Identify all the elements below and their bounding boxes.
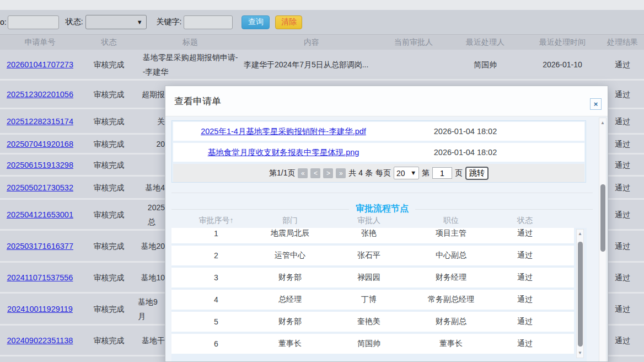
approval-row: 3 财务部 禄园园 财务经理 通过 [171, 268, 574, 288]
col-header-title: 标题 [138, 38, 243, 47]
clear-button[interactable]: 清除 [275, 15, 302, 29]
col-header-last-time: 最近处理时间 [524, 38, 601, 47]
search-toolbar: o: 状态: ▼ 关键字: 查询 清除 [0, 10, 644, 34]
node-status-cell: 通过 [484, 339, 566, 349]
col-header-approver: 审批人 [319, 216, 418, 228]
dialog-scrollbar[interactable]: ▲ [599, 118, 607, 362]
position-cell: 中心副总 [418, 251, 484, 260]
pagination-bar: 第1/1页 « < > » 共 4 条 每页 20 ▼ 第 页 跳转 [173, 164, 584, 182]
dept-cell: 董事长 [261, 339, 319, 349]
chevron-down-icon: ▼ [137, 19, 143, 25]
status-cell: 审核完成 [80, 200, 138, 229]
jump-suffix: 页 [455, 168, 463, 178]
application-link[interactable]: 202512302201056 [7, 87, 73, 102]
status-select[interactable]: ▼ [85, 15, 147, 29]
dept-cell: 地震局北辰 [261, 228, 319, 238]
chevron-down-icon: ▼ [410, 170, 416, 176]
scroll-down-icon[interactable]: ▼ [577, 350, 583, 356]
col-header-status: 状态 [484, 216, 566, 228]
status-cell: 审核完成 [80, 155, 138, 175]
next-page-button[interactable]: > [323, 168, 333, 178]
search-button[interactable]: 查询 [242, 15, 270, 29]
approval-legend-text: 审批流程节点 [349, 203, 415, 215]
result-cell: 通过 [601, 50, 644, 79]
application-link[interactable]: 202601041707273 [7, 57, 73, 72]
approval-row: 2 运管中心 张石平 中心副总 通过 [171, 246, 574, 265]
approver-cell: 奎艳美 [319, 317, 418, 327]
status-cell: 审核完成 [80, 109, 138, 133]
prev-page-button[interactable]: < [310, 168, 320, 178]
total-count: 共 4 条 [348, 168, 373, 178]
dialog-title-bar: 查看申请单 [165, 86, 608, 116]
application-link[interactable]: 202411071537556 [7, 270, 73, 285]
approval-row: 1 地震局北辰 张艳 项目主管 通过 [171, 228, 574, 243]
col-header-current-approver: 当前审批人 [380, 38, 447, 47]
attachments-panel: 2025年1-4月基地零星采购报销附件-李建华.pdf 2026-01-04 1… [171, 120, 586, 183]
application-link[interactable]: 202512282315174 [7, 114, 73, 129]
no-input[interactable] [8, 15, 59, 29]
approval-row: 4 总经理 丁博 常务副总经理 通过 [171, 290, 574, 310]
approver-cell: 张艳 [319, 228, 418, 238]
col-header-result: 处理结果 [601, 38, 644, 47]
jump-prefix: 第 [422, 168, 430, 178]
keyword-input[interactable] [184, 15, 233, 29]
application-link[interactable]: 202503171616377 [7, 239, 73, 253]
attachment-link[interactable]: 基地食堂月度收支财务报表中零星体现.png [173, 147, 394, 158]
page-number-input[interactable] [432, 167, 452, 179]
seq-cell: 2 [171, 251, 261, 260]
status-cell: 审核完成 [80, 177, 138, 198]
last-time-cell: 2026-01-10 [524, 50, 601, 79]
status-cell: 审核完成 [80, 81, 138, 108]
application-link[interactable]: 202506151913298 [7, 158, 73, 172]
dept-cell: 总经理 [261, 295, 319, 305]
per-page-select[interactable]: 20 ▼ [394, 167, 419, 179]
table-header: 申请单号 状态 标题 内容 当前审批人 最近处理人 最近处理时间 处理结果 [0, 34, 644, 50]
application-link[interactable]: 202409022351138 [7, 333, 73, 348]
scroll-up-icon[interactable]: ▲ [599, 120, 606, 126]
col-header-content: 内容 [243, 38, 380, 47]
approval-table-header: 审批序号↑ 部门 审批人 职位 状态 [171, 216, 574, 228]
position-cell: 常务副总经理 [418, 295, 484, 305]
seq-cell: 6 [171, 339, 261, 348]
col-header-last-handler: 最近处理人 [447, 38, 524, 47]
position-cell: 项目主管 [418, 228, 484, 238]
seq-cell: 1 [171, 229, 261, 238]
scrollbar-thumb[interactable] [578, 242, 583, 347]
application-link[interactable]: 202410011929119 [7, 302, 73, 316]
scroll-up-icon[interactable]: ▲ [577, 231, 583, 237]
dept-cell: 财务部 [261, 317, 319, 327]
dept-cell: 运管中心 [261, 251, 319, 260]
seq-cell: 3 [171, 273, 261, 282]
approval-row: 6 董事长 简国帅 董事长 通过 [171, 334, 574, 354]
status-cell: 审核完成 [80, 294, 138, 324]
col-header-status: 状态 [80, 38, 138, 47]
table-row: 202601041707273 审核完成 基地零星采购超期报销申请- -李建华 … [0, 50, 644, 81]
application-link[interactable]: 202504121653001 [7, 207, 73, 222]
status-cell: 审核完成 [80, 231, 138, 261]
per-page-value: 20 [396, 169, 405, 178]
top-strip [0, 0, 644, 10]
close-icon[interactable]: × [590, 98, 602, 110]
scrollbar-thumb[interactable] [600, 184, 605, 252]
col-header-no: 申请单号 [0, 38, 80, 47]
attachment-link[interactable]: 2025年1-4月基地零星采购报销附件-李建华.pdf [173, 126, 394, 137]
application-link[interactable]: 202507041920168 [7, 137, 73, 151]
approval-section-legend: 审批流程节点 [171, 201, 593, 217]
last-page-button[interactable]: » [336, 168, 346, 178]
node-status-cell: 通过 [484, 228, 566, 238]
position-cell: 财务经理 [418, 273, 484, 283]
attachment-row: 2025年1-4月基地零星采购报销附件-李建华.pdf 2026-01-04 1… [173, 122, 584, 141]
jump-button[interactable]: 跳转 [465, 167, 489, 180]
last-handler-cell: 简国帅 [447, 50, 524, 79]
approver-cell: 简国帅 [319, 339, 418, 349]
col-header-position: 职位 [418, 216, 484, 228]
approval-table-body: 1 地震局北辰 张艳 项目主管 通过 2 运管中心 张石平 中心副总 通过 3 … [171, 228, 587, 362]
attachment-time: 2026-01-04 18:02 [394, 148, 537, 157]
approval-scrollbar[interactable]: ▲ ▼ [576, 229, 584, 358]
dialog-title: 查看申请单 [174, 95, 221, 108]
application-link[interactable]: 202505021730532 [7, 180, 73, 195]
status-cell: 审核完成 [80, 50, 138, 79]
first-page-button[interactable]: « [298, 168, 308, 178]
status-cell: 审核完成 [80, 135, 138, 153]
page-info: 第1/1页 [269, 168, 295, 178]
